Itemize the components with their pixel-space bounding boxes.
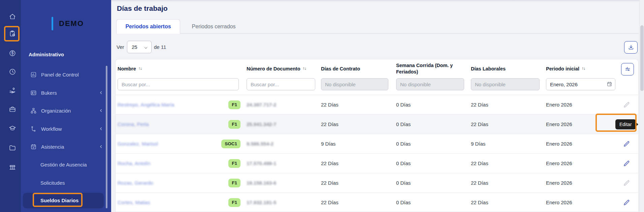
sidebar-item-label: Workflow — [41, 126, 62, 132]
sidebar: DEMO Administrativo Panel de Control Buk… — [21, 0, 111, 212]
contract-type-badge: SOC1 — [221, 140, 240, 148]
icon-rail: S — [0, 0, 21, 212]
page-title: Días de trabajo — [117, 4, 168, 12]
table-row[interactable]: Rozas, GerardoF1 19.158.163-6 22 Días 0 … — [116, 173, 638, 193]
employee-name-link[interactable]: Corona, Perla — [118, 121, 149, 127]
edit-pencil-icon[interactable] — [623, 199, 630, 206]
initial-period: Enero 2026 — [546, 160, 615, 166]
download-button[interactable] — [624, 41, 638, 54]
contract-type-badge: F1 — [228, 179, 240, 187]
idcard-icon — [30, 90, 37, 96]
scrollbar-thumb[interactable] — [640, 25, 644, 91]
edit-tooltip: Editar — [615, 119, 636, 129]
semana-corrida-days: 0 Días — [396, 160, 471, 166]
work-days: 22 Días — [471, 160, 546, 166]
orgchart-icon — [30, 108, 37, 114]
sidebar-item-label: Bukers — [41, 90, 57, 96]
page-size-select[interactable]: 25 — [127, 41, 152, 53]
semana-corrida-days: 0 Días — [396, 200, 471, 205]
column-settings-button[interactable] — [621, 63, 634, 75]
sliders-icon — [624, 66, 631, 72]
sidebar-item-label: Panel de Control — [41, 72, 79, 78]
sort-icon: ↑↓ — [303, 66, 306, 71]
document-number: 24.387.717-2 — [247, 102, 276, 108]
contract-type-badge: F1 — [228, 198, 240, 207]
edit-pencil-icon[interactable] — [623, 140, 630, 148]
initial-period: Enero 2026 — [546, 180, 615, 186]
contract-days: 22 Días — [321, 160, 396, 166]
tab-periodos-cerrados[interactable]: Periodos cerrados — [184, 19, 243, 34]
initial-period: Enero 2026 — [546, 121, 615, 127]
education-icon[interactable] — [8, 124, 17, 132]
filter-periodo-input[interactable] — [546, 78, 615, 90]
sidebar-subitem-solicitudes[interactable]: Solicitudes — [40, 180, 65, 186]
table-filter-row — [116, 78, 638, 95]
table-row[interactable]: Restrepo, Angélica MaríaF1 24.387.717-2 … — [116, 95, 638, 115]
time-icon[interactable] — [8, 68, 17, 76]
document-number: 9.586.554-2 — [247, 141, 273, 147]
sidebar-scrollbar[interactable] — [106, 66, 107, 208]
table-row[interactable]: Corona, PerlaF1 25.941.342-7 22 Días 0 D… — [116, 115, 638, 134]
contract-days: 22 Días — [321, 121, 396, 127]
sidebar-subitem-label: Sueldos Diarios — [40, 198, 78, 203]
calendar-check-icon — [30, 144, 37, 150]
column-header-documento[interactable]: Número de Documento↑↓ — [247, 66, 321, 72]
home-icon[interactable] — [8, 12, 17, 21]
semana-corrida-days: 0 Días — [396, 102, 471, 108]
edit-pencil-icon[interactable] — [623, 179, 630, 187]
column-header-periodo-inicial[interactable]: Periodo inicial↑↓ — [546, 66, 615, 72]
tab-periodos-abiertos[interactable]: Periodos abiertos — [116, 19, 180, 34]
table-row[interactable]: Gonzalez, MarisolSOC1 9.586.554-2 9 Días… — [116, 134, 638, 154]
benefits-icon[interactable] — [8, 86, 17, 94]
contract-type-badge: F1 — [228, 159, 240, 168]
sidebar-section-label: Administrativo — [29, 52, 64, 57]
employee-name-link[interactable]: Restrepo, Angélica María — [118, 102, 174, 108]
briefcase-icon[interactable] — [8, 105, 17, 113]
contract-days: 22 Días — [321, 200, 396, 205]
app-logo: DEMO — [52, 17, 84, 30]
contract-type-badge: F1 — [228, 120, 240, 129]
payments-icon[interactable]: S — [8, 49, 17, 57]
sidebar-item-bukers[interactable]: Bukers — [25, 87, 108, 98]
sidebar-item-organizacion[interactable]: Organización — [25, 105, 108, 116]
main-content: Días de trabajo Periodos abiertos Period… — [111, 0, 644, 212]
employee-name-link[interactable]: Cortes, Matias — [118, 200, 150, 205]
contract-type-badge: F1 — [228, 100, 240, 109]
employee-name-link[interactable]: Rozas, Gerardo — [118, 180, 153, 186]
filter-documento-input[interactable] — [247, 78, 315, 90]
filter-nombre-input[interactable] — [118, 78, 239, 90]
organization-icon[interactable] — [8, 163, 17, 171]
work-days: 22 Días — [471, 102, 546, 108]
chevron-left-icon — [99, 144, 103, 149]
tasks-clock-icon[interactable] — [8, 30, 17, 38]
initial-period: Enero 2026 — [546, 200, 615, 205]
column-header-dias-laborales: Días Laborales — [471, 66, 546, 72]
logo-accent-bar — [52, 17, 53, 30]
table-row[interactable]: Rocha, AntolínF1 17.570.498-1 22 Días 0 … — [116, 154, 638, 173]
dashboard-icon — [30, 71, 37, 78]
employee-name-link[interactable]: Gonzalez, Marisol — [118, 141, 158, 147]
work-days: 22 Días — [471, 200, 546, 205]
document-number: 17.570.498-1 — [247, 160, 276, 166]
column-header-nombre[interactable]: Nombre↑↓ — [116, 66, 247, 72]
sidebar-item-panel-de-control[interactable]: Panel de Control — [25, 69, 108, 80]
column-header-semana-corrida: Semana Corrida (Dom. y Feriados) — [396, 62, 471, 75]
employee-name-link[interactable]: Rocha, Antolín — [118, 160, 151, 166]
sort-icon: ↑↓ — [582, 66, 585, 71]
column-header-dias-contrato: Días de Contrato — [321, 66, 396, 72]
filter-semana-corrida-input — [396, 78, 464, 90]
sidebar-subitem-sueldos-diarios[interactable]: Sueldos Diarios — [23, 193, 104, 208]
edit-pencil-icon[interactable] — [623, 101, 630, 109]
sidebar-item-asistencia[interactable]: Asistencia — [25, 141, 108, 152]
document-number: 25.941.342-7 — [247, 121, 276, 127]
edit-pencil-icon[interactable] — [623, 160, 630, 167]
folder-icon[interactable] — [8, 144, 17, 152]
document-number: 19.158.163-6 — [247, 180, 276, 186]
sidebar-subitem-gestion-de-ausencia[interactable]: Gestión de Ausencia — [40, 162, 87, 168]
sidebar-item-workflow[interactable]: Workflow — [25, 123, 108, 134]
table-row[interactable]: Cortes, MatiasF1 17.932.181-5 22 Días 0 … — [116, 193, 638, 212]
page-scrollbar[interactable] — [639, 0, 644, 212]
logo-text: DEMO — [59, 19, 84, 28]
document-number: 17.932.181-5 — [247, 200, 276, 205]
filter-dias-laborales-input — [471, 78, 540, 90]
